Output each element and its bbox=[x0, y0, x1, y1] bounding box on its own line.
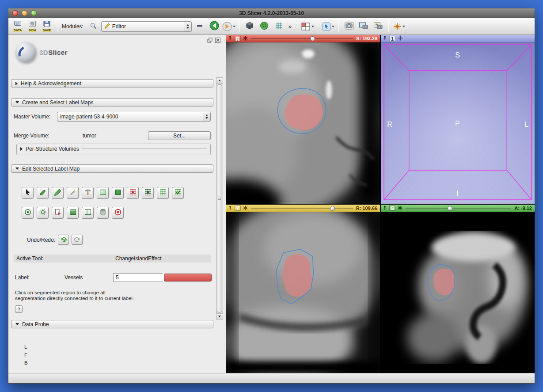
default-tool-button[interactable] bbox=[22, 187, 34, 199]
slicer-logo-mark bbox=[15, 42, 36, 62]
section-create-select-label-maps[interactable]: Create and Select Label Maps bbox=[11, 98, 213, 107]
module-combo-arrows[interactable] bbox=[184, 22, 191, 31]
fast-marching-effect-button[interactable] bbox=[97, 207, 109, 219]
scene-restore-icon bbox=[373, 21, 383, 31]
scroll-up-button[interactable] bbox=[216, 78, 223, 84]
split-rect-icon bbox=[84, 208, 92, 217]
layout-grid-icon bbox=[301, 22, 314, 31]
crosshair-button[interactable] bbox=[392, 20, 406, 33]
active-tool-label: Active Tool: bbox=[16, 255, 43, 262]
slice-grid-button[interactable] bbox=[272, 20, 285, 33]
level-tracing-effect-button[interactable] bbox=[82, 187, 94, 199]
pin-icon[interactable] bbox=[383, 205, 387, 212]
toolbar-separator bbox=[338, 21, 339, 32]
threed-view-body: S R P L I bbox=[381, 42, 535, 204]
scene-view-capture-button[interactable] bbox=[357, 20, 370, 33]
load-data-button[interactable]: DATA bbox=[11, 19, 24, 34]
remove-islands-effect-button[interactable] bbox=[157, 187, 169, 199]
yellow-view-label[interactable]: Y bbox=[235, 205, 241, 211]
load-data-label: DATA bbox=[13, 29, 23, 32]
layout-selector-button[interactable] bbox=[301, 20, 314, 33]
red-slice-image[interactable] bbox=[226, 42, 380, 204]
section-edit-selected-label-map[interactable]: Edit Selected Label Map bbox=[11, 164, 213, 173]
close-panel-button[interactable] bbox=[215, 37, 220, 43]
combo-arrows[interactable] bbox=[203, 112, 210, 121]
identify-islands-effect-button[interactable] bbox=[127, 187, 139, 199]
visibility-star-icon[interactable] bbox=[243, 205, 248, 212]
editor-module-icon bbox=[104, 23, 110, 30]
green-view-label[interactable]: G bbox=[389, 205, 395, 211]
slider-groove bbox=[251, 208, 353, 209]
per-structure-label: Per-Structure Volumes bbox=[26, 146, 79, 152]
title-bar[interactable]: 3D Slicer 4.2.0-2013-05-10 bbox=[8, 8, 535, 18]
erode-effect-button[interactable] bbox=[22, 207, 34, 219]
set-merge-volume-button[interactable]: Set... bbox=[148, 131, 211, 140]
module-selector-combobox[interactable]: Editor bbox=[101, 21, 192, 32]
change-label-effect-button[interactable] bbox=[52, 207, 64, 219]
label-label: Label: bbox=[15, 274, 30, 281]
scene-cube-button[interactable] bbox=[243, 20, 256, 33]
red-slice-slider[interactable] bbox=[250, 35, 354, 42]
make-model-effect-button[interactable] bbox=[67, 207, 79, 219]
slider-handle[interactable] bbox=[448, 206, 452, 211]
window-title: 3D Slicer 4.2.0-2013-05-10 bbox=[239, 10, 304, 16]
save-button[interactable]: SAVE bbox=[40, 19, 53, 34]
dilate-effect-button[interactable] bbox=[37, 207, 49, 219]
yellow-slice-image[interactable] bbox=[226, 212, 380, 373]
draw-effect-button[interactable] bbox=[52, 187, 64, 199]
visibility-star-icon[interactable] bbox=[243, 35, 248, 42]
green-sphere-icon bbox=[260, 21, 269, 31]
threed-view-label[interactable]: 1 bbox=[389, 36, 395, 42]
label-spinbox[interactable] bbox=[113, 273, 163, 282]
watershed-effect-button[interactable] bbox=[112, 207, 124, 219]
threshold-effect-button[interactable] bbox=[112, 187, 124, 199]
red-view-label[interactable]: R bbox=[235, 36, 241, 42]
toolbar-overflow-button[interactable]: » bbox=[287, 23, 293, 30]
green-slice-body bbox=[381, 212, 535, 373]
dicom-button[interactable]: DCM bbox=[26, 19, 39, 34]
pin-icon[interactable] bbox=[228, 35, 232, 42]
minimize-window-button[interactable] bbox=[22, 10, 27, 16]
undo-icon bbox=[60, 236, 67, 244]
section-data-probe[interactable]: Data Probe bbox=[11, 320, 213, 328]
redo-button[interactable] bbox=[72, 235, 83, 245]
screenshot-button[interactable] bbox=[342, 20, 356, 33]
pin-icon[interactable] bbox=[383, 35, 387, 42]
undock-panel-button[interactable] bbox=[207, 37, 213, 43]
panel-scrollbar[interactable] bbox=[216, 77, 223, 320]
threed-scene[interactable]: S R P L I bbox=[381, 42, 535, 204]
pin-icon[interactable] bbox=[228, 205, 232, 212]
close-window-button[interactable] bbox=[12, 10, 18, 16]
undo-button[interactable] bbox=[58, 235, 69, 245]
effect-help-button[interactable]: ? bbox=[15, 305, 23, 313]
up-arrow-icon bbox=[186, 24, 189, 26]
green-slice-image[interactable] bbox=[381, 212, 535, 373]
slider-handle[interactable] bbox=[310, 36, 315, 41]
label-color-swatch[interactable] bbox=[164, 274, 212, 282]
module-forward-button[interactable] bbox=[222, 20, 235, 33]
move-crosshair-icon[interactable] bbox=[398, 35, 403, 42]
scroll-down-button[interactable] bbox=[216, 313, 223, 319]
module-back-button[interactable] bbox=[208, 20, 221, 33]
slider-handle[interactable] bbox=[330, 206, 335, 211]
mouse-interaction-button[interactable] bbox=[322, 20, 335, 33]
module-search-button[interactable] bbox=[87, 20, 100, 33]
grow-cut-effect-button[interactable] bbox=[82, 207, 94, 219]
green-slice-slider[interactable] bbox=[405, 205, 512, 212]
scrollbar-handle[interactable] bbox=[217, 84, 222, 312]
wand-effect-button[interactable] bbox=[67, 187, 79, 199]
paint-effect-button[interactable] bbox=[37, 187, 49, 199]
module-history-button[interactable] bbox=[193, 20, 206, 33]
zoom-window-button[interactable] bbox=[31, 10, 37, 16]
volume-sphere-button[interactable] bbox=[258, 20, 271, 33]
per-structure-volumes-group[interactable]: Per-Structure Volumes bbox=[16, 144, 211, 155]
module-selected-label: Editor bbox=[112, 23, 182, 30]
rectangle-effect-button[interactable] bbox=[97, 187, 109, 199]
yellow-slice-slider[interactable] bbox=[250, 205, 354, 212]
master-volume-combobox[interactable]: image-patient-53-4-9000 bbox=[57, 112, 211, 122]
scene-view-restore-button[interactable] bbox=[372, 20, 385, 33]
section-help-acknowledgement[interactable]: Help & Acknowledgement bbox=[11, 79, 213, 88]
visibility-star-icon[interactable] bbox=[398, 205, 403, 212]
save-island-effect-button[interactable] bbox=[172, 187, 184, 199]
change-island-effect-button[interactable] bbox=[142, 187, 154, 199]
